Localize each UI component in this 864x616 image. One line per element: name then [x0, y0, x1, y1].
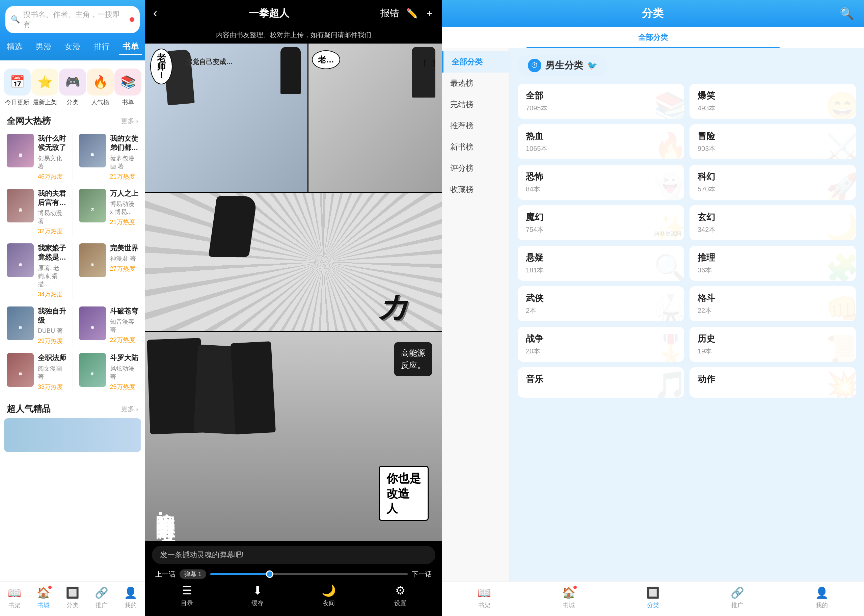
cat-mystery[interactable]: 悬疑 181本 🔍: [518, 246, 684, 281]
manga-report[interactable]: 报错: [380, 7, 399, 20]
r-nav-bookshelf[interactable]: 📖 书架: [442, 586, 526, 609]
book-item-5[interactable]: 女帝 我家娘子竟然是女帝? 原著: 老狗,刺猬描... 34万热度: [4, 240, 69, 302]
premium-more[interactable]: 更多 ›: [121, 404, 138, 413]
book-item-6[interactable]: 完美 完美世界 神漫君 著 27万热度: [76, 240, 141, 302]
tool-cache[interactable]: ⬇ 缓存: [251, 584, 264, 607]
nav-left-mine[interactable]: 👤 我的: [116, 586, 145, 609]
cat-horror[interactable]: 恐怖 84本 👻: [518, 165, 684, 200]
icon-newest[interactable]: ⭐ 最新上架: [31, 69, 58, 106]
icon-category[interactable]: 🎮 分类: [59, 69, 86, 106]
prev-chapter[interactable]: 上一话: [155, 570, 176, 579]
book-item-3[interactable]: 后宫 我的夫君后宫有点多 博易动漫 著 32万热度: [4, 185, 69, 239]
manga-content[interactable]: 老师！ 感觉自己变成… 老… ！！ カ: [145, 44, 442, 541]
nav-left-category[interactable]: 🔲 分类: [58, 586, 87, 609]
book-info-9: 全职法师 阅文漫画 著 33万热度: [38, 353, 66, 391]
r-nav-category[interactable]: 🔲 分类: [611, 586, 695, 609]
tab-nanman[interactable]: 男漫: [32, 39, 55, 55]
cat-music[interactable]: 音乐 🎵: [518, 367, 684, 398]
side-nav-recommend[interactable]: 推荐榜: [442, 115, 509, 137]
icon-booklist[interactable]: 📚 书单: [115, 69, 141, 106]
cat-hot-blood[interactable]: 热血 1065本 🔥: [518, 124, 684, 159]
armor-char-3: [231, 341, 276, 434]
left-mine-label: 我的: [124, 601, 137, 609]
tab-shudian[interactable]: 书单: [119, 39, 142, 55]
subnav-all[interactable]: 全部分类: [442, 27, 864, 48]
cat-history[interactable]: 历史 19本 📜: [690, 327, 856, 362]
cat-all[interactable]: 全部 7095本 📚: [518, 84, 684, 119]
search-input-wrap[interactable]: 🔍 搜书名、作者、主角，一搜即有: [5, 6, 140, 33]
cat-hot-blood-count: 1065本: [526, 144, 676, 153]
r-nav-promote[interactable]: 🔗 推广: [695, 586, 780, 609]
tool-toc[interactable]: ☰ 目录: [181, 584, 193, 607]
cat-reasoning[interactable]: 推理 36本 🧩: [690, 246, 856, 281]
book-item-2[interactable]: 女徒弟 我的女徒弟们都是未来诸天大佬 菠萝包漫画 著 21万热度: [76, 130, 141, 184]
icon-grid: 📅 今日更新 ⭐ 最新上架 🎮 分类 🔥 人气榜 📚 书单: [0, 60, 145, 110]
tab-jingxuan[interactable]: 精选: [3, 39, 26, 55]
right-search-button[interactable]: 🔍: [840, 7, 854, 20]
book-heat-6: 27万热度: [110, 265, 139, 273]
book-info-1: 我什么时候无敌了 创易文化 著 46万热度: [38, 134, 66, 181]
icon-today[interactable]: 📅 今日更新: [4, 69, 31, 106]
cat-fantasy[interactable]: 玄幻 342本 🌙: [690, 205, 856, 240]
nav-bookstore[interactable]: 🏠 书城: [29, 586, 58, 609]
nav-left-promote[interactable]: 🔗 推广: [87, 586, 116, 609]
tool-night[interactable]: 🌙 夜间: [322, 584, 336, 607]
progress-track[interactable]: [210, 573, 408, 575]
premium-strip: [4, 418, 141, 452]
bubble-sensei: 老师！: [150, 49, 173, 84]
cat-horror-name: 恐怖: [526, 171, 676, 182]
cat-martial[interactable]: 武侠 2本 🥋: [518, 286, 684, 321]
cat-funny[interactable]: 爆笑 493本 😄: [690, 84, 856, 119]
search-bar-container: 🔍 搜书名、作者、主角，一搜即有: [0, 0, 145, 36]
cat-adventure[interactable]: 冒险 903本 ⚔️: [690, 124, 856, 159]
book-item-10[interactable]: 斗罗 斗罗大陆 风炫动漫 著 25万热度: [76, 350, 141, 394]
r-nav-mine[interactable]: 👤 我的: [780, 586, 864, 609]
manga-back-button[interactable]: ‹: [153, 6, 157, 20]
side-nav-new[interactable]: 新书榜: [442, 137, 509, 158]
book-author-8: 知音漫客 著: [110, 317, 139, 334]
side-nav-all[interactable]: 全部分类: [442, 51, 509, 72]
cat-fight[interactable]: 格斗 22本 👊: [690, 286, 856, 321]
hot-more[interactable]: 更多 ›: [121, 116, 138, 126]
right-bottom-nav: 📖 书架 🏠 书城 🔲 分类 🔗 推广 👤 我的: [442, 581, 864, 616]
male-icon: ⏱: [528, 59, 541, 72]
comment-row: 发一条撼动灵魂的弹幕吧!: [152, 546, 435, 564]
nav-bookshelf[interactable]: 📖 书架: [0, 586, 29, 609]
side-nav-score[interactable]: 评分榜: [442, 158, 509, 179]
cat-magic[interactable]: 魔幻 754本 ✨ 绮梦资源网: [518, 205, 684, 240]
side-nav-hot[interactable]: 最热榜: [442, 72, 509, 94]
cat-action[interactable]: 动作 💥: [690, 367, 856, 398]
next-chapter[interactable]: 下一话: [412, 570, 432, 579]
book-title-5: 我家娘子竟然是女帝?: [38, 244, 66, 262]
book-row-2: 后宫 我的夫君后宫有点多 博易动漫 著 32万热度 万人 万人之上 博易动漫 x…: [4, 185, 141, 239]
toc-label: 目录: [181, 599, 193, 607]
book-item-8[interactable]: 斗破 斗破苍穹 知音漫客 著 22万热度: [76, 303, 141, 349]
book-item-9[interactable]: 法师 全职法师 阅文漫画 著 33万热度: [4, 350, 69, 394]
left-panel: 🔍 搜书名、作者、主角，一搜即有 精选 男漫 女漫 排行 书单 📅 今日更新 ⭐…: [0, 0, 145, 616]
book-author-3: 博易动漫 著: [38, 209, 66, 225]
manga-panel-middle: カ: [145, 193, 442, 332]
cat-mystery-name: 悬疑: [526, 252, 676, 264]
side-nav-complete[interactable]: 完结榜: [442, 94, 509, 115]
cat-war[interactable]: 战争 20本 🎖️: [518, 327, 684, 362]
tool-settings[interactable]: ⚙ 设置: [394, 584, 406, 607]
premium-section-header: 超人气精品 更多 ›: [0, 398, 145, 418]
manga-panel-topleft: 老师！ 感觉自己变成…: [145, 44, 308, 192]
manga-edit-icon[interactable]: ✏️: [406, 8, 418, 19]
comment-input[interactable]: 发一条撼动灵魂的弹幕吧!: [152, 546, 435, 564]
side-nav-collect[interactable]: 收藏榜: [442, 179, 509, 200]
book-item-4[interactable]: 万人 万人之上 博易动漫 x 博易... 21万热度: [76, 185, 141, 239]
tab-paihang[interactable]: 排行: [90, 39, 113, 55]
icon-popular[interactable]: 🔥 人气榜: [87, 69, 114, 106]
book-item-7[interactable]: 升级 我独自升级 DUBU 著 29万热度: [4, 303, 69, 349]
book-item-1[interactable]: 无敌 我什么时候无敌了 创易文化 著 46万热度: [4, 130, 69, 184]
hot-section-header: 全网大热榜 更多 ›: [0, 110, 145, 130]
cat-scifi[interactable]: 科幻 570本 🚀: [690, 165, 856, 200]
progress-knob[interactable]: [266, 570, 273, 578]
tab-nvman[interactable]: 女漫: [61, 39, 84, 55]
bubble-old: 老…: [312, 50, 340, 69]
left-promote-label: 推广: [96, 601, 108, 609]
r-nav-bookstore[interactable]: 🏠 书城: [526, 586, 611, 609]
watermark-text: 绮梦资源网: [654, 231, 682, 237]
manga-add-icon[interactable]: ＋: [424, 7, 434, 20]
